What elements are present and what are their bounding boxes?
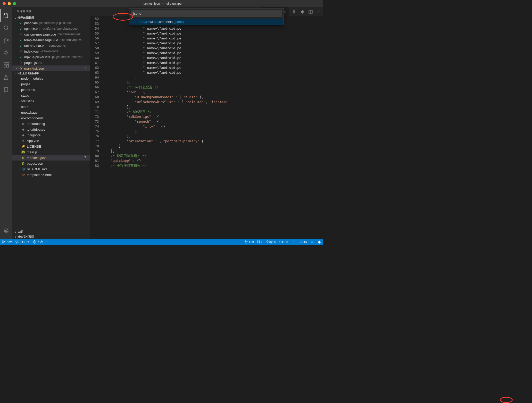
open-editor-item[interactable]: ✕Vtemplate-message.vueplatforms/mp-w...: [12, 37, 90, 43]
language-mode-input[interactable]: [131, 10, 282, 17]
workspace-label: HELLO-UNIAPP: [18, 72, 39, 75]
encoding-status[interactable]: UTF-8: [279, 240, 288, 244]
problems-status[interactable]: 7 0: [33, 240, 46, 244]
folder-name: pages: [21, 82, 30, 86]
titlebar: manifest.json — hello-uniapp: [0, 0, 323, 7]
settings-icon[interactable]: [0, 225, 12, 237]
diamond-icon[interactable]: [300, 10, 304, 14]
explorer-icon[interactable]: [0, 9, 12, 22]
file-path: pages/template/mpvu...: [52, 55, 84, 59]
svg-point-11: [3, 241, 4, 242]
file-name: .gitignore: [27, 133, 40, 137]
file-item[interactable]: VApp.vue: [12, 138, 90, 144]
chevron-down-icon: ⌄: [13, 16, 18, 19]
file-name: index.vue: [24, 49, 39, 53]
file-item[interactable]: ◆.gitignore: [12, 132, 90, 138]
file-item[interactable]: ⓘREADME.md: [12, 166, 90, 172]
close-icon[interactable]: ✕: [14, 66, 19, 70]
search-icon[interactable]: [0, 22, 12, 34]
folder-item[interactable]: ›platforms: [12, 87, 90, 93]
open-editor-item[interactable]: ✕Vindex.vue~/Downloads: [12, 48, 90, 54]
open-editor-item[interactable]: ✕{}manifest.json7: [12, 65, 90, 71]
error-badge: 7: [84, 156, 88, 159]
svg-point-4: [5, 51, 7, 54]
language-option-jsonc[interactable]: {} JSON with Comments (jsonc): [129, 19, 284, 25]
html-icon: <>: [21, 173, 25, 177]
debug-icon[interactable]: [0, 46, 12, 59]
vue-icon: V: [19, 32, 23, 36]
editor-area: {} fest.json ✕ ⋯ {} JSON with Comments (…: [90, 7, 323, 239]
file-name: manifest.json: [24, 66, 44, 70]
split-icon[interactable]: [309, 10, 313, 14]
notifications-icon[interactable]: [318, 240, 321, 244]
beaker-icon[interactable]: [0, 71, 12, 83]
git-sync-status[interactable]: 11↓ 0↑: [15, 240, 29, 244]
file-item[interactable]: ◆.gitattributes: [12, 127, 90, 132]
file-item[interactable]: ⚙.editorconfig: [12, 121, 90, 127]
feedback-icon[interactable]: ☺: [311, 240, 314, 244]
file-item[interactable]: {}manifest.json7: [12, 155, 90, 161]
open-editor-item[interactable]: ✕Vcustom-message.vueplatforms/mp-wei...: [12, 31, 90, 37]
folder-item[interactable]: ›node_modules: [12, 75, 90, 81]
minimap[interactable]: [308, 16, 323, 239]
more-icon[interactable]: ⋯: [317, 10, 320, 14]
source-control-icon[interactable]: [0, 34, 12, 46]
maven-header[interactable]: › MAVEN 项目: [12, 234, 90, 239]
file-item[interactable]: <>template.h5.html: [12, 172, 90, 178]
open-editors-header[interactable]: ⌄ 打开的编辑器: [12, 15, 90, 20]
file-path: platforms/app-plus/push: [39, 21, 72, 25]
window-close-button[interactable]: [3, 2, 6, 5]
workspace-header[interactable]: ⌄ HELLO-UNIAPP: [12, 71, 90, 75]
eol-status[interactable]: LF: [292, 240, 295, 244]
folder-item[interactable]: ›store: [12, 104, 90, 110]
indentation-status[interactable]: 空格: 4: [266, 240, 276, 244]
open-editor-item[interactable]: ✕Vmpvue-picker.vuepages/template/mpvu...: [12, 54, 90, 60]
folder-item[interactable]: ›pages: [12, 81, 90, 87]
folder-item[interactable]: ›statistics: [12, 98, 90, 104]
svg-point-9: [5, 230, 7, 232]
file-item[interactable]: 🔑LICENSE: [12, 144, 90, 149]
file-name: pages.jsonc: [24, 61, 42, 65]
git-branch-status[interactable]: dev: [2, 240, 12, 244]
window-minimize-button[interactable]: [8, 2, 11, 5]
close-icon[interactable]: ✕: [284, 10, 286, 14]
file-name: LICENSE: [27, 145, 41, 148]
window-maximize-button[interactable]: [13, 2, 16, 5]
json-icon: {}: [132, 20, 137, 24]
folder-item[interactable]: ›static: [12, 93, 90, 98]
vue-icon: V: [19, 27, 23, 31]
open-editor-item[interactable]: ✕Vuni-nav-bar.vuecomponents: [12, 43, 90, 48]
extensions-icon[interactable]: [0, 59, 12, 71]
sidebar-title: 资源管理器: [12, 7, 90, 15]
open-editor-item[interactable]: ✕Vspeech.vueplatforms/app-plus/speech: [12, 26, 90, 31]
file-item[interactable]: {}pages.json: [12, 161, 90, 166]
folder-item[interactable]: ›wxcomponents: [12, 115, 90, 121]
file-path: platforms/mp-w...: [60, 38, 83, 42]
svg-point-1: [4, 38, 5, 39]
cursor-position-status[interactable]: 行 119，列 1: [245, 240, 262, 244]
outline-header[interactable]: › 大纲: [12, 229, 90, 234]
git-icon: ◆: [21, 133, 25, 137]
vue-icon: V: [19, 49, 23, 53]
file-item[interactable]: JSmain.js: [12, 149, 90, 155]
chevron-right-icon: ›: [17, 111, 21, 114]
folder-item[interactable]: ›unpackage: [12, 110, 90, 115]
language-mode-status[interactable]: JSON: [299, 240, 307, 244]
chevron-down-icon: ⌄: [13, 72, 18, 75]
compare-icon[interactable]: [292, 10, 296, 14]
folder-name: platforms: [21, 88, 35, 92]
open-editor-item[interactable]: ✕{}pages.jsonc: [12, 60, 90, 65]
folder-name: wxcomponents: [21, 116, 44, 120]
folder-name: statistics: [21, 99, 34, 103]
editor-content[interactable]: 5253545556575859606162636465666768697071…: [90, 16, 323, 239]
open-editor-item[interactable]: ✕Vpush.vueplatforms/app-plus/push: [12, 20, 90, 26]
chevron-right-icon: ›: [17, 94, 21, 97]
json-icon: {}: [19, 61, 23, 65]
sidebar: 资源管理器 ⌄ 打开的编辑器 ✕Vpush.vueplatforms/app-p…: [12, 7, 90, 239]
bookmark-icon[interactable]: [0, 83, 12, 96]
chevron-right-icon: ›: [17, 88, 21, 92]
js-icon: JS: [21, 150, 25, 154]
file-path: components: [49, 44, 66, 47]
chevron-right-icon: ›: [17, 99, 21, 103]
info-icon: ⓘ: [21, 167, 25, 171]
